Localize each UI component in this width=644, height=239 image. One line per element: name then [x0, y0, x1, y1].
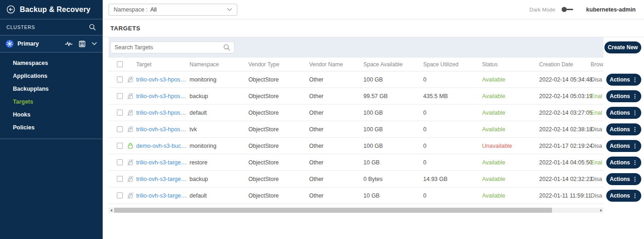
target-link[interactable]: demo-ovh-s3-bucket-imm...	[136, 143, 190, 149]
cluster-activity-icon[interactable]	[65, 41, 73, 47]
target-link[interactable]: trilio-ovh-s3-hpos-target	[136, 93, 190, 99]
cell-vendor-name: Other	[309, 159, 363, 166]
action-slot: Actions⋮	[606, 105, 641, 121]
actions-button[interactable]: Actions⋮	[606, 107, 641, 119]
namespace-select-value: All	[150, 6, 224, 13]
namespace-select-label: Namespace :	[114, 6, 148, 13]
scrollbar-thumb[interactable]	[114, 208, 552, 213]
cluster-search-icon[interactable]	[89, 23, 96, 31]
dark-mode-toggle[interactable]	[562, 7, 573, 12]
search-box	[110, 41, 235, 53]
topbar: Namespace : All Dark Mode kubernetes-adm…	[103, 0, 644, 19]
immutability-lock-icon	[127, 142, 136, 149]
search-input[interactable]	[115, 44, 223, 51]
cluster-chevron-down-icon[interactable]	[92, 42, 97, 46]
row-checkbox[interactable]	[117, 76, 123, 82]
sidebar-item-targets[interactable]: Targets	[0, 95, 103, 108]
kebab-icon: ⋮	[632, 93, 638, 99]
cell-space-available: 10 GB	[363, 159, 423, 166]
cell-vendor-name: Other	[309, 93, 363, 99]
table-row: trilio-ovh-s3-target-demo1 default Objec…	[109, 187, 604, 204]
sidebar-item-policies[interactable]: Policies	[0, 121, 103, 134]
row-checkbox[interactable]	[117, 159, 123, 165]
action-slot: Actions⋮	[606, 187, 641, 204]
cluster-row-primary[interactable]: Primary	[0, 35, 103, 52]
cell-namespace: monitoring	[190, 143, 248, 149]
select-all-checkbox[interactable]	[117, 61, 123, 67]
kebab-icon: ⋮	[632, 110, 638, 116]
back-icon[interactable]	[6, 5, 15, 14]
row-checkbox[interactable]	[117, 93, 123, 99]
actions-button[interactable]: Actions⋮	[606, 173, 641, 185]
immutability-lock-icon	[127, 192, 136, 199]
cell-vendor-name: Other	[309, 143, 363, 149]
kubernetes-icon	[6, 40, 14, 48]
row-checkbox[interactable]	[117, 126, 123, 132]
target-link[interactable]: trilio-ovh-s3-hpos-target	[136, 126, 190, 133]
clusters-label: CLUSTERS	[6, 24, 35, 30]
cell-creation-date: 2022-01-11 11:59:11	[539, 192, 591, 199]
immutability-lock-icon	[127, 126, 136, 133]
cluster-name: Primary	[17, 41, 65, 47]
row-checkbox[interactable]	[117, 192, 123, 198]
cluster-report-icon[interactable]	[79, 41, 86, 47]
action-slot: Actions⋮	[606, 154, 641, 171]
actions-button[interactable]: Actions⋮	[606, 190, 641, 202]
target-link[interactable]: trilio-ovh-s3-target-demo1	[136, 159, 190, 166]
row-checkbox[interactable]	[117, 176, 123, 182]
scroll-left-arrow[interactable]	[109, 208, 114, 213]
cell-browsing: Enal	[591, 159, 604, 166]
row-checkbox[interactable]	[117, 143, 123, 149]
row-checkbox[interactable]	[117, 110, 123, 116]
cell-vendor-name: Other	[309, 110, 363, 116]
horizontal-scrollbar[interactable]	[109, 208, 604, 213]
create-new-button[interactable]: Create New	[604, 41, 641, 53]
sidebar-header: Backup & Recovery	[0, 0, 103, 19]
namespace-select[interactable]: Namespace : All	[109, 4, 237, 16]
table-header-row: Target Namespace Vendor Type Vendor Name…	[109, 58, 604, 71]
cell-browsing: Disa	[591, 126, 604, 133]
cell-vendor-type: ObjectStore	[248, 143, 309, 149]
sidebar-item-namespaces[interactable]: Namespaces	[0, 57, 103, 70]
sidebar-item-backupplans[interactable]: Backupplans	[0, 82, 103, 95]
target-link[interactable]: trilio-ovh-s3-hpos-target	[136, 76, 190, 83]
kebab-icon: ⋮	[632, 193, 638, 198]
cell-vendor-name: Other	[309, 192, 363, 199]
actions-button[interactable]: Actions⋮	[606, 90, 641, 102]
table-row: trilio-ovh-s3-target-demo1 backup Object…	[109, 171, 604, 187]
scroll-right-arrow[interactable]	[598, 208, 604, 213]
column-header-creation-date: Creation Date	[539, 61, 591, 68]
target-link[interactable]: trilio-ovh-s3-target-demo1	[136, 176, 190, 182]
app-window: Backup & Recovery CLUSTERS Primary	[0, 0, 644, 239]
toolbar-band	[109, 37, 604, 58]
actions-button[interactable]: Actions⋮	[606, 123, 641, 135]
cell-vendor-type: ObjectStore	[248, 76, 309, 83]
sidebar-item-hooks[interactable]: Hooks	[0, 108, 103, 121]
action-slot: Actions⋮	[606, 88, 641, 105]
kebab-icon: ⋮	[632, 160, 638, 165]
cell-namespace: monitoring	[190, 76, 248, 83]
cell-browsing: Disa	[591, 192, 604, 199]
immutability-lock-icon	[127, 175, 136, 182]
cell-browsing: Enal	[591, 93, 604, 99]
cell-namespace: backup	[190, 176, 248, 182]
cell-status: Available	[482, 93, 539, 99]
cell-namespace: backup	[190, 93, 248, 99]
column-header-space-utilized: Space Utilized	[423, 61, 482, 68]
actions-button[interactable]: Actions⋮	[606, 140, 641, 152]
search-icon[interactable]	[223, 44, 230, 51]
table-row: trilio-ovh-s3-hpos-target monitoring Obj…	[109, 71, 604, 88]
content-area: Namespace : All Dark Mode kubernetes-adm…	[103, 0, 644, 239]
cell-status: Available	[482, 192, 539, 199]
sidebar-item-applications[interactable]: Applications	[0, 70, 103, 82]
actions-button[interactable]: Actions⋮	[606, 74, 641, 86]
cell-space-utilized: 0	[423, 126, 482, 133]
actions-button[interactable]: Actions⋮	[606, 157, 641, 169]
cell-space-utilized: 0	[423, 76, 482, 83]
sidebar-nav: Namespaces Applications Backupplans Targ…	[0, 52, 103, 139]
target-link[interactable]: trilio-ovh-s3-hpos-target	[136, 110, 190, 116]
kebab-icon: ⋮	[632, 127, 638, 132]
clusters-section-header: CLUSTERS	[0, 19, 103, 35]
target-link[interactable]: trilio-ovh-s3-target-demo1	[136, 192, 190, 199]
table-zone: Target Namespace Vendor Type Vendor Name…	[109, 58, 644, 239]
